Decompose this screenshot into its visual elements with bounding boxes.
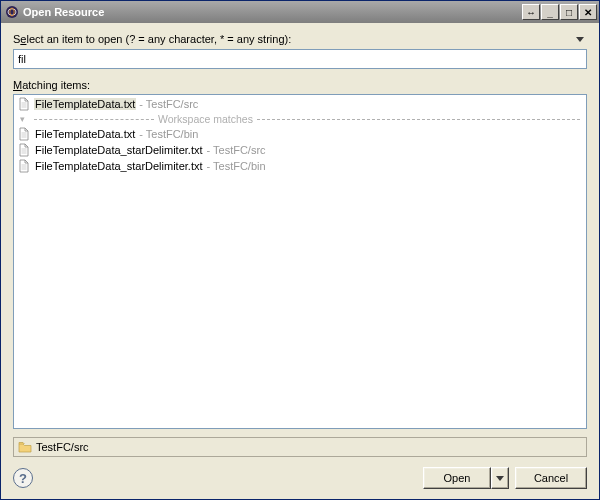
- file-icon: [17, 143, 31, 157]
- prompt-label: Select an item to open (? = any characte…: [13, 33, 291, 45]
- workspace-separator: ▾ Workspace matches: [14, 112, 586, 126]
- minimize-button[interactable]: _: [541, 4, 559, 20]
- open-button[interactable]: Open: [423, 467, 491, 489]
- item-path: - TestFC/bin: [207, 160, 266, 172]
- view-menu-button[interactable]: [573, 34, 587, 44]
- titlebar[interactable]: Open Resource ↔ _ □ ✕: [1, 1, 599, 23]
- open-resource-dialog: Open Resource ↔ _ □ ✕ Select an item to …: [0, 0, 600, 500]
- button-row: ? Open Cancel: [13, 467, 587, 489]
- results-list[interactable]: FileTemplateData.txt - TestFC/src ▾ Work…: [13, 94, 587, 429]
- open-button-group: Open: [423, 467, 509, 489]
- list-item[interactable]: FileTemplateData_starDelimiter.txt - Tes…: [14, 158, 586, 174]
- resize-button[interactable]: ↔: [522, 4, 540, 20]
- search-input[interactable]: [13, 49, 587, 69]
- item-path: - TestFC/src: [139, 98, 198, 110]
- item-filename: FileTemplateData_starDelimiter.txt: [34, 160, 204, 172]
- status-path: TestFC/src: [36, 441, 89, 453]
- item-path: - TestFC/bin: [139, 128, 198, 140]
- list-item[interactable]: FileTemplateData_starDelimiter.txt - Tes…: [14, 142, 586, 158]
- file-icon: [17, 127, 31, 141]
- close-button[interactable]: ✕: [579, 4, 597, 20]
- prompt-row: Select an item to open (? = any characte…: [13, 33, 587, 45]
- cancel-button[interactable]: Cancel: [515, 467, 587, 489]
- separator-label: Workspace matches: [158, 113, 253, 125]
- maximize-button[interactable]: □: [560, 4, 578, 20]
- dialog-body: Select an item to open (? = any characte…: [1, 23, 599, 499]
- chevron-down-icon: [496, 476, 504, 481]
- folder-icon: [18, 441, 32, 453]
- open-dropdown-button[interactable]: [491, 467, 509, 489]
- chevron-down-icon: [576, 37, 584, 42]
- file-icon: [17, 159, 31, 173]
- item-filename: FileTemplateData.txt: [34, 128, 136, 140]
- twisty-icon: ▾: [20, 114, 30, 124]
- list-item[interactable]: FileTemplateData.txt - TestFC/src: [14, 96, 586, 112]
- eclipse-icon: [5, 5, 19, 19]
- list-item[interactable]: FileTemplateData.txt - TestFC/bin: [14, 126, 586, 142]
- item-path: - TestFC/src: [207, 144, 266, 156]
- status-bar: TestFC/src: [13, 437, 587, 457]
- titlebar-controls: ↔ _ □ ✕: [521, 4, 597, 20]
- matching-items-label: Matching items:: [13, 79, 587, 91]
- help-button[interactable]: ?: [13, 468, 33, 488]
- file-icon: [17, 97, 31, 111]
- item-filename: FileTemplateData.txt: [34, 98, 136, 110]
- window-title: Open Resource: [23, 6, 521, 18]
- item-filename: FileTemplateData_starDelimiter.txt: [34, 144, 204, 156]
